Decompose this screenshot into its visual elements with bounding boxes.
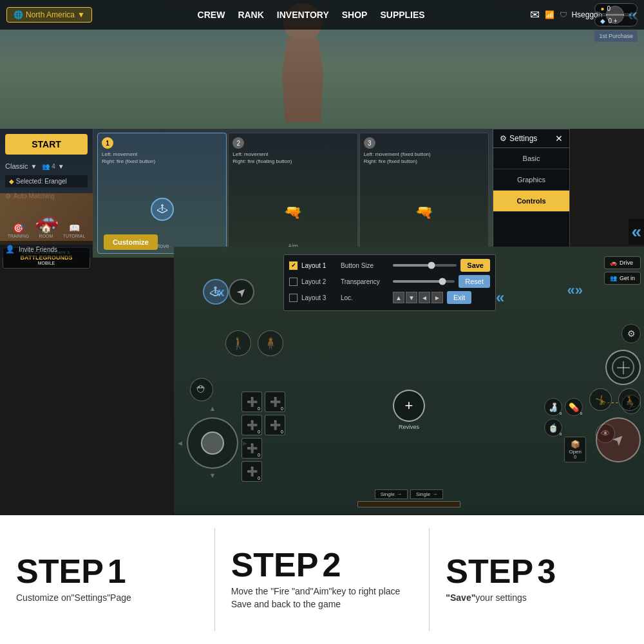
room-label: ROOM <box>39 234 53 238</box>
room-btn[interactable]: 🏠 ROOM <box>39 222 53 238</box>
team-size: 👥 4 <box>42 163 55 170</box>
loc-down-btn[interactable]: ▼ <box>406 292 417 303</box>
option2-line2: Right: fire (floating button) <box>232 158 292 164</box>
getin-icon: 👥 <box>610 275 617 281</box>
layout3-checkbox[interactable] <box>289 294 298 302</box>
region-label: North America <box>26 10 75 19</box>
customize-button[interactable]: Customize <box>104 234 158 250</box>
mail-icon[interactable]: ✉ <box>530 8 540 22</box>
loc-right-btn[interactable]: ► <box>431 292 443 303</box>
nav-shop[interactable]: SHOP <box>342 10 368 20</box>
inv-row-3: ➕ 0 <box>242 438 285 459</box>
inv-btn-3[interactable]: ➕ 0 <box>242 415 262 435</box>
globe-icon: 🌐 <box>14 10 23 19</box>
steering-icon: 🚗 <box>610 260 617 266</box>
dropdown-icon: ▼ <box>77 10 85 19</box>
nav-crew[interactable]: CREW <box>198 10 225 20</box>
reset-button[interactable]: Reset <box>459 275 490 288</box>
inv-btn-2[interactable]: ➕ 0 <box>265 392 285 412</box>
main-joystick[interactable]: ▲ ▼ ◄ ► <box>187 417 238 469</box>
drive-btn[interactable]: 🚗 Drive <box>604 256 641 269</box>
settings-graphics-btn[interactable]: Graphics <box>493 169 569 191</box>
drink-count-3: 0 <box>560 432 562 436</box>
single-mode-2[interactable]: Single → <box>410 489 443 499</box>
controls-selection: 1 Left: movement Right: fire (fixed butt… <box>93 129 493 258</box>
inv-btn-5[interactable]: ➕ 0 <box>242 438 262 459</box>
currency-box: ● 0 ◆ 0 + 1st Purchase <box>594 3 638 42</box>
aim-scope-btn[interactable] <box>605 350 641 385</box>
get-in-btn[interactable]: 👥 Get in <box>604 272 641 285</box>
inv-btn-4[interactable]: ➕ 0 <box>265 415 285 435</box>
settings-label: Settings <box>509 134 537 143</box>
settings-close-btn[interactable]: ✕ <box>555 133 563 144</box>
fire-btn[interactable]: ➤ <box>596 417 641 462</box>
crouch-btn[interactable]: 🧎 <box>618 388 641 411</box>
exit-button[interactable]: Exit <box>447 291 471 304</box>
arrows-right-mid: « <box>629 219 644 245</box>
medkit-icon-3: ➕ <box>247 420 258 430</box>
layout1-label: Layout 1 <box>301 262 337 269</box>
settings-controls-btn[interactable]: Controls <box>493 191 569 212</box>
bullet-icon-circle: ➤ <box>229 279 254 305</box>
invite-label[interactable]: Invite Friends <box>19 246 57 253</box>
loc-controls: ▲ ▼ ◄ ► <box>393 292 443 303</box>
loc-up-btn[interactable]: ▲ <box>393 292 404 303</box>
hud-settings-btn[interactable]: ⚙ <box>621 324 641 343</box>
option2-header: 2 <box>232 137 353 149</box>
prone-btn[interactable]: 🤸 <box>589 388 612 411</box>
option3-visual: 🔫 <box>415 204 433 221</box>
revives-label: Revives <box>399 424 419 430</box>
nav-supplies[interactable]: SUPPLIES <box>380 10 424 20</box>
customize-btn-area: Customize <box>100 231 162 254</box>
joystick-up-arrow: ▲ <box>209 404 216 412</box>
option3-header: 3 <box>364 137 484 149</box>
joystick-knob <box>201 431 224 455</box>
helmet-btn[interactable]: ⛑ <box>190 378 213 401</box>
region-selector[interactable]: 🌐 North America ▼ <box>6 7 92 23</box>
step2-number: STEP <box>231 548 319 582</box>
settings-panel: ⚙ Settings ✕ Basic Graphics Controls <box>493 129 570 261</box>
nav-rank[interactable]: RANK <box>238 10 263 20</box>
step-2: STEP 2 Move the "Fire "and"Aim"key to ri… <box>215 515 430 644</box>
step2-title: 2 <box>323 548 341 582</box>
option2-visual: 🔫 <box>284 204 301 221</box>
option1-line1: Left: movement <box>102 151 137 157</box>
transparency-slider-track[interactable] <box>393 280 455 283</box>
first-purchase-btn[interactable]: 1st Purchase <box>594 30 638 42</box>
layout1-checkbox[interactable]: ✓ <box>289 261 298 270</box>
drink-btn-3[interactable]: 🍵 0 <box>544 419 562 437</box>
control-option-3[interactable]: 3 Left: movement (fixed button) Right: f… <box>359 133 489 254</box>
loc-left-btn[interactable]: ◄ <box>419 292 430 303</box>
bullet-icon: ➤ <box>233 283 250 300</box>
control-option-2[interactable]: 2 Left: movement Right: fire (floating b… <box>228 133 357 254</box>
medkit-icon-6: ➕ <box>247 466 258 477</box>
layout2-checkbox[interactable] <box>289 278 298 286</box>
revives-circle: + <box>393 390 425 422</box>
player-silhouette-1: 🚶 <box>231 336 245 350</box>
left-lobby-panel: START Classic ▼ 👥 4 ▼ ◆ Selected: Erange… <box>0 129 93 258</box>
option3-num: 3 <box>364 137 375 149</box>
mode-dropdown[interactable]: ▼ <box>30 163 37 170</box>
nav-inventory[interactable]: INVENTORY <box>277 10 329 20</box>
team-dropdown[interactable]: ▼ <box>58 163 64 170</box>
save-button[interactable]: Save <box>460 259 490 272</box>
settings-basic-btn[interactable]: Basic <box>493 148 569 169</box>
inv-count-5: 0 <box>258 453 260 457</box>
start-button[interactable]: START <box>5 134 88 155</box>
drink-btn-1[interactable]: 🍶 0 <box>544 398 562 416</box>
open-btn[interactable]: 📦 Open 0 <box>564 437 586 462</box>
inv-btn-1[interactable]: ➕ 0 <box>242 392 262 412</box>
drink-btn-2[interactable]: 💊 0 <box>565 398 583 416</box>
gear-icon: ⚙ <box>500 134 507 143</box>
revives-btn[interactable]: + Revives <box>393 390 425 430</box>
button-size-slider-track[interactable] <box>393 264 457 267</box>
inv-btn-6[interactable]: ➕ 0 <box>242 461 262 482</box>
layout3-row: Layout 3 Loc. ▲ ▼ ◄ ► Exit <box>289 291 490 304</box>
single-mode-1[interactable]: Single → <box>375 489 408 499</box>
premium-amount: 0 + <box>608 17 617 24</box>
training-btn[interactable]: 🎯 TRAINING <box>8 222 29 238</box>
button-size-label: Button Size <box>341 262 389 269</box>
tutorial-btn[interactable]: 📖 TUTORIAL <box>63 222 86 238</box>
option3-line2: Right: fire (fixed button) <box>364 158 417 164</box>
inventory-grid: ➕ 0 ➕ 0 ➕ 0 ➕ 0 ➕ 0 ➕ 0 <box>242 392 285 482</box>
